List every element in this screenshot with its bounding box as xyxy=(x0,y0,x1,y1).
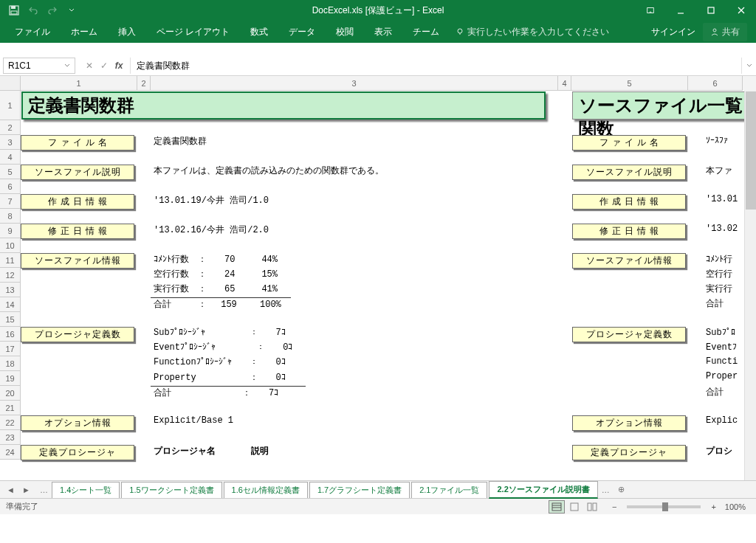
col-header-2[interactable]: 2 xyxy=(137,76,151,91)
row-header[interactable]: 9 xyxy=(0,224,21,238)
sheet-tab[interactable]: 2.1ファイル一覧 xyxy=(411,482,487,498)
zoom-slider[interactable] xyxy=(627,505,701,508)
share-button[interactable]: 共有 xyxy=(703,23,747,41)
data-cell[interactable]: 定義書関数群 xyxy=(151,135,558,148)
name-box[interactable]: R1C1 xyxy=(3,58,75,74)
data-cell[interactable]: Eventﾌﾟﾛｼｰｼﾞｬ ： 0ｺ xyxy=(151,342,558,353)
label-cell[interactable]: 作 成 日 情 報 xyxy=(21,194,134,210)
label-cell[interactable]: フ ァ イ ル 名 xyxy=(21,135,134,151)
zoom-thumb[interactable] xyxy=(662,502,668,511)
data-cell[interactable]: '13.01 xyxy=(703,194,740,204)
tab-data[interactable]: データ xyxy=(278,21,326,44)
label-cell[interactable]: プロシージャ定義数 xyxy=(572,327,686,342)
zoom-out-button[interactable]: − xyxy=(609,502,619,511)
tab-insert[interactable]: 挿入 xyxy=(108,21,146,44)
close-button[interactable] xyxy=(726,0,756,21)
maximize-button[interactable] xyxy=(696,0,726,21)
spreadsheet-grid[interactable]: 1 2 3 4 5 6 1 2 3 4 5 6 7 8 9 10 11 12 1… xyxy=(0,76,756,480)
data-cell[interactable]: Proper xyxy=(703,371,740,381)
label-cell[interactable]: 定義プロシージャ xyxy=(572,445,686,460)
scrollbar-thumb[interactable] xyxy=(746,91,756,210)
data-cell[interactable]: Subﾌﾟﾛｼｰｼﾞｬ ： 7ｺ xyxy=(151,327,558,338)
tab-formulas[interactable]: 数式 xyxy=(240,21,278,44)
data-cell[interactable]: 実行行数 ： 65 41% xyxy=(151,283,558,295)
data-cell[interactable]: 合計 xyxy=(703,297,726,310)
cancel-formula-button[interactable]: ✕ xyxy=(83,60,96,71)
tab-file[interactable]: ファイル xyxy=(4,21,61,44)
row-header[interactable]: 13 xyxy=(0,283,21,297)
sheet-tab[interactable]: 1.4シート一覧 xyxy=(52,482,120,498)
minimize-button[interactable] xyxy=(666,0,695,21)
data-cell[interactable]: 合計 ： 159 100% xyxy=(151,297,291,311)
col-header-1[interactable]: 1 xyxy=(21,76,137,91)
data-cell[interactable]: Eventﾌ xyxy=(703,342,740,353)
row-header[interactable]: 17 xyxy=(0,342,21,356)
row-header[interactable]: 6 xyxy=(0,179,21,194)
row-header[interactable]: 3 xyxy=(0,135,21,150)
sheet-tab-active[interactable]: 2.2ソースファイル説明書 xyxy=(489,481,597,499)
data-cell[interactable]: '13.02 xyxy=(703,224,740,234)
col-header-6[interactable]: 6 xyxy=(688,76,743,91)
row-header[interactable]: 20 xyxy=(0,386,21,401)
tab-home[interactable]: ホーム xyxy=(61,21,108,44)
zoom-level[interactable]: 100% xyxy=(721,502,750,511)
row-header[interactable]: 14 xyxy=(0,297,21,312)
data-cell[interactable]: Explicit/Base 1 xyxy=(151,415,558,426)
tell-me-search[interactable]: 実行したい作業を入力してください xyxy=(456,26,609,38)
data-cell[interactable]: Functionﾌﾟﾛｼｰｼﾞｬ ： 0ｺ xyxy=(151,356,558,367)
data-cell[interactable]: ｺﾒﾝﾄ行数 ： 70 44% xyxy=(151,253,558,266)
pagelayout-view-button[interactable] xyxy=(566,500,583,513)
zoom-in-button[interactable]: + xyxy=(708,502,718,511)
label-cell[interactable]: 修 正 日 情 報 xyxy=(21,224,134,239)
col-header-4[interactable]: 4 xyxy=(558,76,571,91)
sheet-tab[interactable]: 1.7グラフシート定義書 xyxy=(309,482,410,498)
cell-title-1[interactable]: 定義書関数群 xyxy=(21,91,546,120)
label-cell[interactable]: オプション情報 xyxy=(572,415,686,431)
row-header[interactable]: 7 xyxy=(0,194,21,209)
row-header[interactable]: 12 xyxy=(0,268,21,283)
row-header[interactable]: 10 xyxy=(0,238,21,253)
data-cell[interactable]: プロシ xyxy=(703,445,735,457)
add-sheet-button[interactable]: ⊕ xyxy=(613,485,630,494)
tab-view[interactable]: 表示 xyxy=(364,21,402,44)
label-cell[interactable]: 作 成 日 情 報 xyxy=(572,194,686,210)
label-cell[interactable]: ソースファイル説明 xyxy=(21,165,134,180)
data-cell[interactable]: Property ： 0ｺ xyxy=(151,371,558,384)
data-cell[interactable]: 本ファイルは、定義書の読み込みのための関数群である。 xyxy=(151,165,558,177)
tab-team[interactable]: チーム xyxy=(402,21,450,44)
label-cell[interactable]: 定義プロシージャ xyxy=(21,445,134,460)
col-header-3[interactable]: 3 xyxy=(151,76,558,91)
data-cell[interactable]: ｿｰｽﾌｧ xyxy=(703,135,731,146)
row-header[interactable]: 11 xyxy=(0,253,21,268)
row-header[interactable]: 22 xyxy=(0,415,21,430)
label-cell[interactable]: ソースファイル説明 xyxy=(572,165,686,180)
formula-input[interactable] xyxy=(131,58,741,74)
expand-formula-button[interactable] xyxy=(741,58,756,74)
label-cell[interactable]: 修 正 日 情 報 xyxy=(572,224,686,239)
row-header[interactable]: 19 xyxy=(0,371,21,386)
row-header[interactable]: 8 xyxy=(0,209,21,224)
tab-overflow-right[interactable]: … xyxy=(599,485,613,494)
col-header-5[interactable]: 5 xyxy=(571,76,688,91)
row-header[interactable]: 4 xyxy=(0,150,21,165)
data-cell[interactable]: '13.01.19/今井 浩司/1.0 xyxy=(151,194,558,207)
tab-pagelayout[interactable]: ページ レイアウト xyxy=(146,21,240,44)
data-cell[interactable]: 空行行 xyxy=(703,268,735,280)
label-cell[interactable]: オプション情報 xyxy=(21,415,134,431)
row-header[interactable]: 21 xyxy=(0,401,21,415)
data-cell[interactable]: 空行行数 ： 24 15% xyxy=(151,268,558,280)
data-cell[interactable]: Subﾌﾟﾛ xyxy=(703,327,738,338)
sign-in-link[interactable]: サインイン xyxy=(644,26,703,38)
qat-customize-icon[interactable] xyxy=(63,2,80,18)
row-header[interactable]: 15 xyxy=(0,312,21,327)
label-cell[interactable]: プロシージャ定義数 xyxy=(21,327,134,342)
enter-formula-button[interactable]: ✓ xyxy=(97,60,111,71)
label-cell[interactable]: ソースファイル情報 xyxy=(21,253,134,269)
tab-nav-prev-icon[interactable]: ◄ xyxy=(7,485,15,494)
data-cell[interactable]: Functi xyxy=(703,356,740,367)
vertical-scrollbar[interactable] xyxy=(744,91,756,480)
data-cell[interactable]: Explic xyxy=(703,415,740,426)
label-cell[interactable]: ソースファイル情報 xyxy=(572,253,686,269)
pagebreak-view-button[interactable] xyxy=(584,500,600,513)
row-header[interactable]: 5 xyxy=(0,165,21,179)
